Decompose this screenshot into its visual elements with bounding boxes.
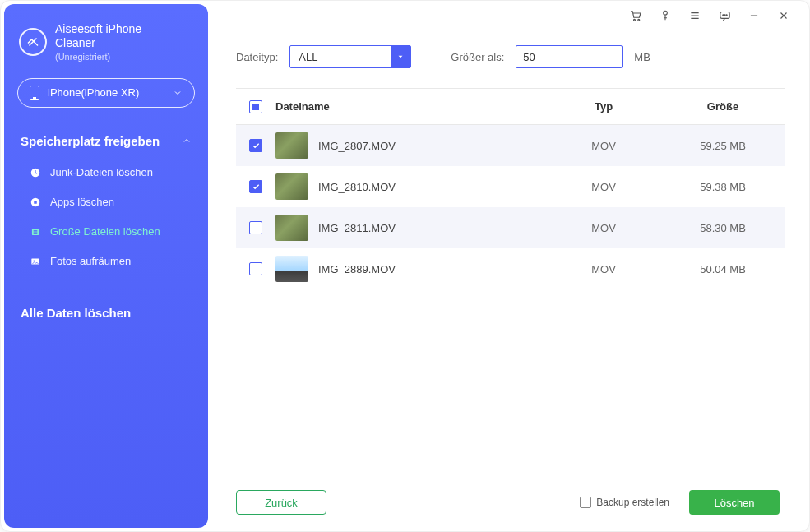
row-checkbox[interactable] [249,139,262,152]
sidebar-section-free-space[interactable]: Speicherplatz freigeben [4,123,208,158]
table-row[interactable]: IMG_2889.MOVMOV50.04 MB [236,248,785,289]
dropdown-arrow-icon [391,46,410,67]
size-unit: MB [634,51,650,63]
file-size: 50.04 MB [661,263,785,275]
sidebar-section-label: Speicherplatz freigeben [21,134,160,148]
svg-point-10 [722,14,723,15]
app-window: Aiseesoft iPhoneCleaner (Unregistriert) … [0,0,810,532]
backup-checkbox-box[interactable] [580,497,591,508]
filetype-label: Dateityp: [236,51,278,63]
brand-status: (Unregistriert) [55,52,141,62]
sidebar-item-label: Große Dateien löschen [50,225,160,238]
svg-point-7 [638,19,640,21]
brand-block: Aiseesoft iPhoneCleaner (Unregistriert) [4,19,208,73]
svg-point-6 [634,19,636,21]
file-thumbnail [275,215,308,241]
cart-icon[interactable] [628,8,643,23]
svg-point-11 [724,14,724,15]
row-checkbox[interactable] [249,262,262,275]
file-size: 58.30 MB [661,222,785,234]
file-type: MOV [546,181,661,193]
sidebar: Aiseesoft iPhoneCleaner (Unregistriert) … [4,4,208,528]
brand-text: Aiseesoft iPhoneCleaner (Unregistriert) [55,22,141,62]
back-button[interactable]: Zurück [236,490,326,515]
device-selector[interactable]: iPhone(iPhone XR) [17,78,195,108]
table-header: Dateiname Typ Größe [236,89,785,125]
menu-icon[interactable] [687,8,702,23]
svg-rect-2 [34,201,37,204]
file-type: MOV [546,263,661,275]
sidebar-item-apps[interactable]: Apps löschen [4,187,208,217]
clock-icon [29,166,42,179]
brand-product: Cleaner [55,36,95,49]
svg-rect-3 [32,229,39,235]
file-list: Dateiname Typ Größe IMG_2807.MOVMOV59.25… [211,75,809,474]
filetype-select[interactable]: ALL [289,45,411,68]
table-row[interactable]: IMG_2807.MOVMOV59.25 MB [236,125,785,166]
feedback-icon[interactable] [717,8,732,23]
backup-label: Backup erstellen [596,497,669,508]
svg-point-8 [664,11,668,15]
main-area: Dateityp: ALL Größer als: MB Dateiname T… [211,1,809,531]
chevron-up-icon [182,136,192,146]
sidebar-item-large-files[interactable]: Große Dateien löschen [4,217,208,247]
size-input[interactable] [516,45,623,68]
delete-button[interactable]: Löschen [689,490,780,515]
key-icon[interactable] [658,8,673,23]
backup-checkbox[interactable]: Backup erstellen [580,497,669,508]
svg-point-12 [726,14,727,15]
footer-bar: Zurück Backup erstellen Löschen [211,474,809,531]
row-checkbox[interactable] [249,221,262,234]
sidebar-section-erase-all[interactable]: Alle Daten löschen [4,294,208,330]
table-row[interactable]: IMG_2811.MOVMOV58.30 MB [236,207,785,248]
header-name: Dateiname [275,100,546,113]
filter-bar: Dateityp: ALL Größer als: MB [211,30,809,75]
sidebar-item-label: Fotos aufräumen [50,255,131,267]
table-row[interactable]: IMG_2810.MOVMOV59.38 MB [236,166,785,207]
filetype-value: ALL [299,51,317,63]
file-name: IMG_2811.MOV [318,222,396,234]
apps-icon [29,196,42,209]
files-icon [29,225,42,238]
brand-logo-icon [19,28,47,56]
phone-icon [30,86,39,100]
file-name: IMG_2889.MOV [318,263,396,275]
titlebar [211,1,809,30]
sidebar-item-label: Junk-Dateien löschen [50,166,153,178]
chevron-down-icon [173,88,183,98]
file-name: IMG_2810.MOV [318,181,396,193]
file-size: 59.38 MB [661,181,785,193]
file-thumbnail [275,256,308,282]
size-label: Größer als: [451,51,504,63]
close-button[interactable] [776,8,791,23]
sidebar-item-label: Apps löschen [50,196,114,208]
device-label: iPhone(iPhone XR) [48,86,139,99]
file-size: 59.25 MB [661,140,785,152]
sidebar-section2-label: Alle Daten löschen [21,306,131,320]
header-size: Größe [661,100,785,113]
brand-name: Aiseesoft iPhone [55,22,141,35]
file-thumbnail [275,173,308,200]
sidebar-item-photos[interactable]: Fotos aufräumen [4,247,208,276]
row-checkbox[interactable] [249,180,262,193]
header-type: Typ [546,100,661,113]
file-name: IMG_2807.MOV [318,140,396,152]
photos-icon [29,255,42,268]
file-type: MOV [546,140,661,152]
minimize-button[interactable] [747,8,761,23]
file-type: MOV [546,222,661,234]
header-checkbox[interactable] [249,100,262,113]
file-thumbnail [275,132,308,159]
sidebar-item-junk[interactable]: Junk-Dateien löschen [4,158,208,187]
